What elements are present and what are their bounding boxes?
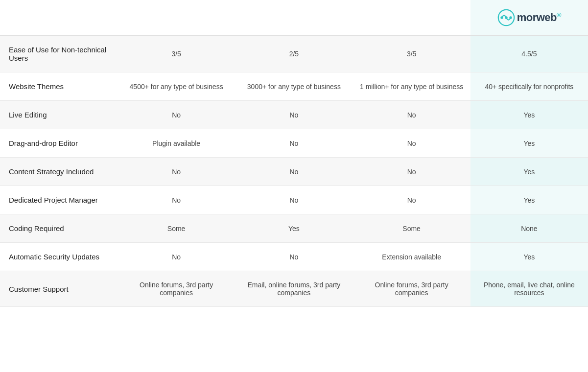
row-label: Automatic Security Updates: [0, 243, 118, 271]
row-label: Drag-and-drop Editor: [0, 129, 118, 157]
row-label: Customer Support: [0, 271, 118, 306]
row-cell-drupal: No: [235, 101, 353, 129]
table-row: Ease of Use for Non-technical Users 3/5 …: [0, 36, 588, 72]
row-cell-joomla: No: [353, 158, 470, 186]
row-cell-drupal: No: [235, 186, 353, 214]
row-cell-drupal: 2/5: [235, 36, 353, 72]
row-label: Dedicated Project Manager: [0, 186, 118, 214]
row-label: Coding Required: [0, 214, 118, 242]
row-cell-morweb: 40+ specifically for nonprofits: [470, 72, 588, 100]
row-cell-drupal: No: [235, 243, 353, 271]
row-cell-morweb: Yes: [470, 243, 588, 271]
row-label: Content Strategy Included: [0, 158, 118, 186]
table-row: Website Themes 4500+ for any type of bus…: [0, 72, 588, 101]
table-row: Coding Required Some Yes Some None: [0, 214, 588, 243]
header-joomla: [353, 0, 470, 35]
svg-point-3: [509, 16, 512, 19]
row-cell-wordpress: No: [118, 243, 235, 271]
row-cell-joomla: 1 million+ for any type of business: [353, 72, 470, 100]
header-drupal: [235, 0, 353, 35]
row-cell-joomla: 3/5: [353, 36, 470, 72]
row-label: Live Editing: [0, 101, 118, 129]
table-row: Content Strategy Included No No No Yes: [0, 158, 588, 186]
row-cell-joomla: No: [353, 186, 470, 214]
row-cell-wordpress: Online forums, 3rd party companies: [118, 271, 235, 306]
row-cell-wordpress: 4500+ for any type of business: [118, 72, 235, 100]
table-row: Automatic Security Updates No No Extensi…: [0, 243, 588, 271]
row-cell-morweb: Phone, email, live chat, online resource…: [470, 271, 588, 306]
row-cell-drupal: 3000+ for any type of business: [235, 72, 353, 100]
row-cell-joomla: Online forums, 3rd party companies: [353, 271, 470, 306]
row-cell-wordpress: No: [118, 186, 235, 214]
row-cell-morweb: Yes: [470, 186, 588, 214]
row-cell-wordpress: Plugin available: [118, 129, 235, 157]
row-cell-drupal: Yes: [235, 214, 353, 242]
row-cell-wordpress: No: [118, 101, 235, 129]
row-cell-wordpress: 3/5: [118, 36, 235, 72]
svg-point-1: [500, 16, 503, 19]
row-cell-joomla: Extension available: [353, 243, 470, 271]
row-cell-wordpress: No: [118, 158, 235, 186]
row-cell-joomla: No: [353, 129, 470, 157]
morweb-icon: [497, 9, 515, 26]
rows-container: Ease of Use for Non-technical Users 3/5 …: [0, 36, 588, 307]
morweb-registered: ®: [557, 11, 561, 19]
row-cell-joomla: Some: [353, 214, 470, 242]
header-morweb: morweb®: [470, 0, 588, 35]
row-label: Ease of Use for Non-technical Users: [0, 36, 118, 72]
row-cell-drupal: No: [235, 129, 353, 157]
row-cell-drupal: Email, online forums, 3rd party companie…: [235, 271, 353, 306]
row-label: Website Themes: [0, 72, 118, 100]
table-row: Live Editing No No No Yes: [0, 101, 588, 129]
row-cell-morweb: Yes: [470, 101, 588, 129]
row-cell-morweb: Yes: [470, 158, 588, 186]
row-cell-wordpress: Some: [118, 214, 235, 242]
table-header: morweb®: [0, 0, 588, 36]
morweb-logo: morweb®: [497, 9, 561, 26]
header-empty: [0, 0, 118, 35]
table-row: Dedicated Project Manager No No No Yes: [0, 186, 588, 214]
row-cell-joomla: No: [353, 101, 470, 129]
comparison-table: morweb® Ease of Use for Non-technical Us…: [0, 0, 588, 372]
table-row: Customer Support Online forums, 3rd part…: [0, 271, 588, 307]
svg-point-2: [505, 16, 507, 19]
row-cell-morweb: Yes: [470, 129, 588, 157]
table-row: Drag-and-drop Editor Plugin available No…: [0, 129, 588, 158]
row-cell-morweb: 4.5/5: [470, 36, 588, 72]
row-cell-morweb: None: [470, 214, 588, 242]
row-cell-drupal: No: [235, 158, 353, 186]
header-wordpress: [118, 0, 235, 35]
morweb-logo-text: morweb®: [517, 11, 561, 24]
